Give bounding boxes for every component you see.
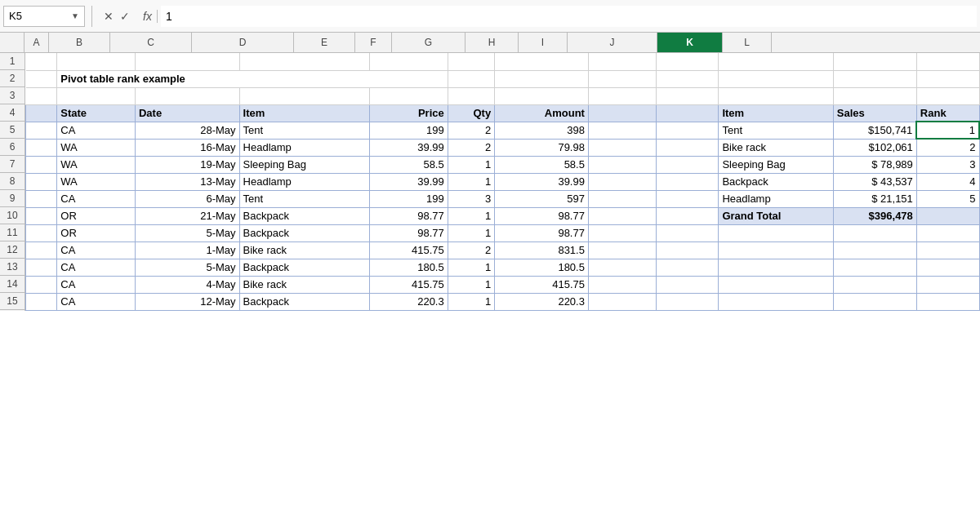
cell-c3[interactable]: [135, 87, 239, 104]
pivot-row4-item[interactable]: Backpack: [719, 173, 833, 190]
cell-b15[interactable]: CA: [57, 293, 136, 310]
cell-i11[interactable]: [656, 224, 719, 241]
cell-b11[interactable]: OR: [57, 224, 136, 241]
cell-f13[interactable]: 1: [448, 259, 494, 276]
col-header-c[interactable]: C: [110, 33, 192, 52]
cell-l15[interactable]: [916, 293, 979, 310]
cell-c12[interactable]: 1-May: [135, 241, 239, 259]
row-header-6[interactable]: 6: [0, 139, 24, 156]
cell-h13[interactable]: [588, 259, 656, 276]
cell-g6[interactable]: 79.98: [495, 139, 589, 156]
cell-i10[interactable]: [656, 207, 719, 224]
cell-g13[interactable]: 180.5: [495, 259, 589, 276]
cell-i1[interactable]: [656, 53, 719, 70]
cell-k2[interactable]: [833, 70, 916, 87]
cell-l3[interactable]: [916, 87, 979, 104]
pivot-grand-total-label[interactable]: Grand Total: [719, 207, 833, 224]
cell-d14[interactable]: Bike rack: [239, 276, 369, 293]
pivot-row4-sales[interactable]: $ 43,537: [833, 173, 916, 190]
cell-a15[interactable]: [26, 293, 57, 310]
cell-h6[interactable]: [588, 139, 656, 156]
pivot-row2-rank[interactable]: 2: [916, 139, 979, 156]
cell-k11[interactable]: [833, 224, 916, 241]
cell-e8[interactable]: 39.99: [370, 173, 448, 190]
cell-c6[interactable]: 16-May: [135, 139, 239, 156]
cell-k15[interactable]: [833, 293, 916, 310]
pivot-header-sales[interactable]: Sales: [833, 104, 916, 122]
cell-j12[interactable]: [719, 241, 833, 259]
cell-e5[interactable]: 199: [370, 122, 448, 139]
cell-g15[interactable]: 220.3: [495, 293, 589, 310]
cell-d5[interactable]: Tent: [239, 122, 369, 139]
cell-i9[interactable]: [656, 190, 719, 207]
cell-l2[interactable]: [916, 70, 979, 87]
cell-d10[interactable]: Backpack: [239, 207, 369, 224]
cell-e14[interactable]: 415.75: [370, 276, 448, 293]
cell-h11[interactable]: [588, 224, 656, 241]
cell-a2[interactable]: [26, 70, 57, 87]
col-header-g[interactable]: G: [392, 33, 466, 52]
cell-g2[interactable]: [495, 70, 589, 87]
cell-k1[interactable]: [833, 53, 916, 70]
pivot-row3-sales[interactable]: $ 78,989: [833, 156, 916, 173]
cell-d11[interactable]: Backpack: [239, 224, 369, 241]
cell-ref-box[interactable]: K5 ▼: [3, 6, 85, 27]
cell-b1[interactable]: [57, 53, 136, 70]
cell-e11[interactable]: 98.77: [370, 224, 448, 241]
cell-b5[interactable]: CA: [57, 122, 136, 139]
cell-c13[interactable]: 5-May: [135, 259, 239, 276]
row-header-11[interactable]: 11: [0, 224, 24, 241]
cell-c14[interactable]: 4-May: [135, 276, 239, 293]
cell-b4-state[interactable]: State: [57, 104, 136, 122]
cell-d1[interactable]: [239, 53, 369, 70]
row-header-13[interactable]: 13: [0, 259, 24, 276]
cell-i7[interactable]: [656, 156, 719, 173]
cell-c10[interactable]: 21-May: [135, 207, 239, 224]
cell-g8[interactable]: 39.99: [495, 173, 589, 190]
cell-e6[interactable]: 39.99: [370, 139, 448, 156]
cell-c15[interactable]: 12-May: [135, 293, 239, 310]
pivot-row3-rank[interactable]: 3: [916, 156, 979, 173]
pivot-row3-item[interactable]: Sleeping Bag: [719, 156, 833, 173]
cell-a9[interactable]: [26, 190, 57, 207]
cell-h14[interactable]: [588, 276, 656, 293]
cell-e7[interactable]: 58.5: [370, 156, 448, 173]
cell-f9[interactable]: 3: [448, 190, 494, 207]
cell-c8[interactable]: 13-May: [135, 173, 239, 190]
cell-a3[interactable]: [26, 87, 57, 104]
cell-f6[interactable]: 2: [448, 139, 494, 156]
pivot-header-rank[interactable]: Rank: [916, 104, 979, 122]
cell-e1[interactable]: [370, 53, 448, 70]
cell-g11[interactable]: 98.77: [495, 224, 589, 241]
cell-b3[interactable]: [57, 87, 136, 104]
pivot-row2-item[interactable]: Bike rack: [719, 139, 833, 156]
cell-a5[interactable]: [26, 122, 57, 139]
pivot-row5-rank[interactable]: 5: [916, 190, 979, 207]
cell-b9[interactable]: CA: [57, 190, 136, 207]
pivot-row2-sales[interactable]: $102,061: [833, 139, 916, 156]
row-header-14[interactable]: 14: [0, 276, 24, 293]
row-header-12[interactable]: 12: [0, 241, 24, 259]
cell-ref-dropdown-icon[interactable]: ▼: [71, 11, 79, 20]
pivot-row4-rank[interactable]: 4: [916, 173, 979, 190]
row-header-1[interactable]: 1: [0, 53, 24, 70]
cell-j14[interactable]: [719, 276, 833, 293]
cell-h15[interactable]: [588, 293, 656, 310]
cell-f8[interactable]: 1: [448, 173, 494, 190]
cell-i15[interactable]: [656, 293, 719, 310]
cell-d12[interactable]: Bike rack: [239, 241, 369, 259]
col-header-b[interactable]: B: [49, 33, 110, 52]
cell-c9[interactable]: 6-May: [135, 190, 239, 207]
row-header-4[interactable]: 4: [0, 104, 24, 122]
cell-h2[interactable]: [588, 70, 656, 87]
cell-b8[interactable]: WA: [57, 173, 136, 190]
cell-f2[interactable]: [448, 70, 494, 87]
cell-d8[interactable]: Headlamp: [239, 173, 369, 190]
cell-l1[interactable]: [916, 53, 979, 70]
cell-a7[interactable]: [26, 156, 57, 173]
cell-h3[interactable]: [588, 87, 656, 104]
cell-f15[interactable]: 1: [448, 293, 494, 310]
cell-i14[interactable]: [656, 276, 719, 293]
cell-k3[interactable]: [833, 87, 916, 104]
row-header-2[interactable]: 2: [0, 70, 24, 87]
